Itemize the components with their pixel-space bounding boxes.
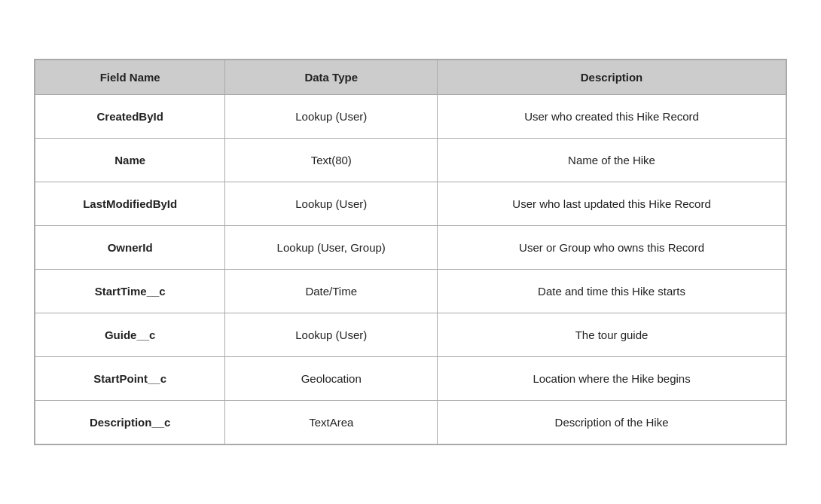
cell-data-type: Text(80): [225, 139, 438, 182]
cell-field-name: Guide__c: [35, 313, 225, 357]
cell-data-type: Lookup (User): [225, 182, 438, 226]
cell-data-type: Lookup (User, Group): [225, 226, 438, 270]
header-data-type: Data Type: [225, 60, 438, 95]
table-row: NameText(80)Name of the Hike: [35, 139, 786, 182]
table-row: LastModifiedByIdLookup (User)User who la…: [35, 182, 786, 226]
table-row: CreatedByIdLookup (User)User who created…: [35, 95, 786, 139]
cell-field-name: OwnerId: [35, 226, 225, 270]
table-row: Description__cTextAreaDescription of the…: [35, 401, 786, 444]
main-table-wrapper: Field Name Data Type Description Created…: [34, 59, 787, 445]
cell-description: The tour guide: [438, 313, 786, 357]
header-description: Description: [438, 60, 786, 95]
table-row: StartTime__cDate/TimeDate and time this …: [35, 270, 786, 313]
cell-data-type: Lookup (User): [225, 313, 438, 357]
table-row: OwnerIdLookup (User, Group)User or Group…: [35, 226, 786, 270]
cell-field-name: Name: [35, 139, 225, 182]
cell-description: User who created this Hike Record: [438, 95, 786, 139]
cell-description: Name of the Hike: [438, 139, 786, 182]
cell-field-name: Description__c: [35, 401, 225, 444]
cell-description: Location where the Hike begins: [438, 357, 786, 401]
cell-description: Description of the Hike: [438, 401, 786, 444]
table-row: StartPoint__cGeolocationLocation where t…: [35, 357, 786, 401]
cell-data-type: TextArea: [225, 401, 438, 444]
cell-data-type: Date/Time: [225, 270, 438, 313]
cell-field-name: CreatedById: [35, 95, 225, 139]
cell-data-type: Geolocation: [225, 357, 438, 401]
cell-field-name: StartTime__c: [35, 270, 225, 313]
table-row: Guide__cLookup (User)The tour guide: [35, 313, 786, 357]
cell-description: User who last updated this Hike Record: [438, 182, 786, 226]
cell-field-name: StartPoint__c: [35, 357, 225, 401]
hike-fields-table: Field Name Data Type Description Created…: [35, 60, 786, 444]
cell-description: User or Group who owns this Record: [438, 226, 786, 270]
cell-description: Date and time this Hike starts: [438, 270, 786, 313]
table-header-row: Field Name Data Type Description: [35, 60, 786, 95]
header-field-name: Field Name: [35, 60, 225, 95]
cell-data-type: Lookup (User): [225, 95, 438, 139]
cell-field-name: LastModifiedById: [35, 182, 225, 226]
